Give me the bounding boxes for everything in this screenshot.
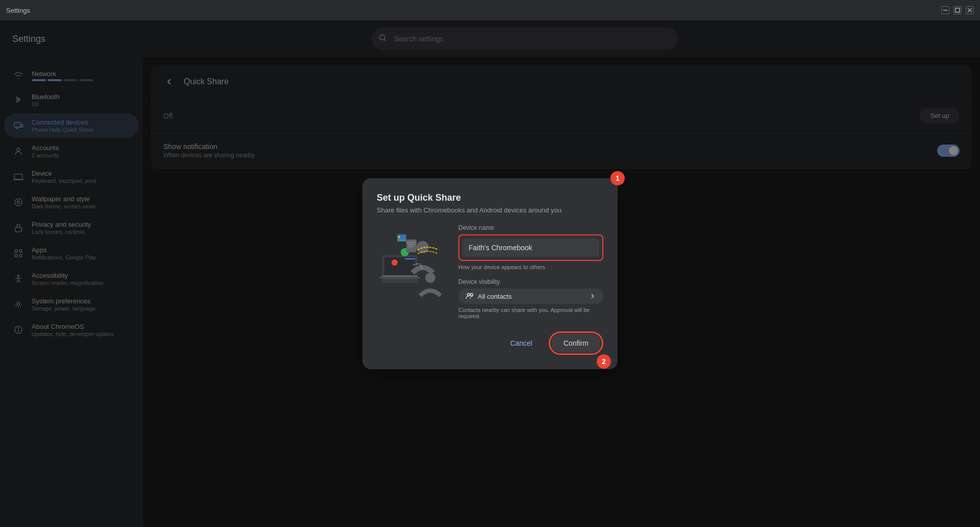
device-name-section: Device name How your device appears to o… <box>458 224 603 270</box>
confirm-button-wrap: Confirm 2 <box>549 331 603 355</box>
svg-rect-31 <box>382 275 418 277</box>
window-controls <box>941 6 974 14</box>
annotation-1: 1 <box>610 171 625 185</box>
close-button[interactable] <box>966 6 974 14</box>
window-title: Settings <box>6 7 30 14</box>
device-name-box <box>458 234 603 261</box>
svg-rect-1 <box>955 8 960 12</box>
confirm-button[interactable]: Confirm <box>551 334 601 352</box>
svg-rect-24 <box>384 257 415 278</box>
visibility-label: Device visibility <box>458 278 603 285</box>
annotation-2: 2 <box>597 354 611 369</box>
device-name-label: Device name <box>458 224 603 231</box>
quick-share-modal: 1 Set up Quick Share Share files with Ch… <box>362 178 618 369</box>
svg-point-33 <box>425 273 435 283</box>
modal-overlay: 1 Set up Quick Share Share files with Ch… <box>0 20 980 527</box>
svg-point-27 <box>391 259 398 266</box>
modal-subtitle: Share files with Chromebooks and Android… <box>377 206 603 214</box>
modal-body: Device name How your device appears to o… <box>377 224 603 319</box>
svg-point-34 <box>468 294 470 296</box>
visibility-section: Device visibility All contacts <box>458 278 603 319</box>
device-name-hint: How your device appears to others <box>458 264 603 270</box>
maximize-button[interactable] <box>953 6 962 14</box>
modal-footer: Cancel Confirm 2 <box>377 331 603 355</box>
svg-point-30 <box>398 236 400 238</box>
title-bar: Settings <box>0 0 980 20</box>
visibility-hint: Contacts nearby can share with you. Appr… <box>458 307 603 319</box>
visibility-button[interactable]: All contacts <box>458 289 603 304</box>
visibility-option: All contacts <box>478 293 511 300</box>
device-name-input[interactable] <box>462 238 599 257</box>
svg-point-35 <box>471 294 473 296</box>
cancel-button[interactable]: Cancel <box>500 331 543 355</box>
chevron-right-icon <box>589 293 596 300</box>
svg-rect-28 <box>406 239 416 252</box>
modal-illustration <box>377 224 448 306</box>
modal-title: Set up Quick Share <box>377 193 603 203</box>
svg-rect-32 <box>379 277 420 279</box>
modal-form: Device name How your device appears to o… <box>458 224 603 319</box>
minimize-button[interactable] <box>941 6 949 14</box>
visibility-btn-inner: All contacts <box>465 292 511 300</box>
